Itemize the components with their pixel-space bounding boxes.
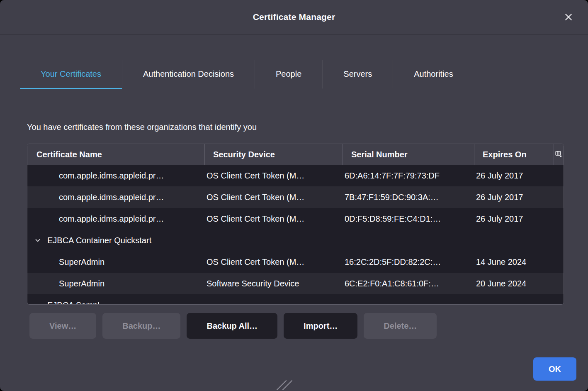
certificate-row[interactable]: com.apple.idms.appleid.pr… OS Client Cer… <box>27 186 564 208</box>
tab-bar: Your Certificates Authentication Decisio… <box>20 60 588 89</box>
intro-text: You have certificates from these organiz… <box>27 122 588 132</box>
cell-certificate-name: com.apple.idms.appleid.pr… <box>27 214 204 224</box>
cell-serial-number: 6D:A6:14:7F:7F:79:73:DF <box>343 171 474 181</box>
cell-expires-on: 14 June 2024 <box>474 257 564 267</box>
cell-certificate-name: com.apple.idms.appleid.pr… <box>27 193 204 202</box>
cell-security-device: OS Client Cert Token (M… <box>204 214 343 224</box>
tab-label: Authentication Decisions <box>143 69 234 79</box>
backup-button[interactable]: Backup… <box>102 313 180 339</box>
backup-all-button[interactable]: Backup All… <box>187 313 277 339</box>
close-button[interactable] <box>561 10 576 24</box>
dialog-title: Certificate Manager <box>253 12 335 22</box>
cell-serial-number: 16:2C:2D:5F:DD:82:2C:… <box>343 257 474 267</box>
cell-expires-on: 26 July 2017 <box>474 214 564 224</box>
column-header-security-device[interactable]: Security Device <box>204 144 343 165</box>
certificate-manager-dialog: Certificate Manager Your Certificates Au… <box>0 0 588 391</box>
cell-security-device: OS Client Cert Token (M… <box>204 257 343 267</box>
chevron-down-icon <box>34 237 41 244</box>
table-header: Certificate Name Security Device Serial … <box>27 144 564 165</box>
ok-button[interactable]: OK <box>533 357 576 381</box>
import-button[interactable]: Import… <box>284 313 357 339</box>
tab-label: Servers <box>343 69 372 79</box>
tab-label: Your Certificates <box>41 69 101 79</box>
certificate-row[interactable]: SuperAdmin OS Client Cert Token (M… 16:2… <box>27 251 564 273</box>
cell-expires-on: 26 July 2017 <box>474 171 564 181</box>
cell-certificate-name: com.apple.idms.appleid.pr… <box>27 171 204 181</box>
group-label: EJBCA Container Quickstart <box>47 236 151 245</box>
close-icon <box>563 17 574 24</box>
certificate-row[interactable]: SuperAdmin Software Security Device 6C:E… <box>27 273 564 294</box>
view-button[interactable]: View… <box>29 313 96 339</box>
delete-button[interactable]: Delete… <box>364 313 437 339</box>
tab-people[interactable]: People <box>255 60 322 89</box>
tab-your-certificates[interactable]: Your Certificates <box>20 60 122 89</box>
group-label: EJBCA Sampl <box>47 301 100 305</box>
cell-security-device: OS Client Cert Token (M… <box>204 193 343 202</box>
column-header-certificate-name[interactable]: Certificate Name <box>27 144 204 165</box>
cell-certificate-name: SuperAdmin <box>27 279 204 288</box>
certificates-table: Certificate Name Security Device Serial … <box>27 144 564 305</box>
cell-serial-number: 6C:E2:F0:A1:C8:61:0F:… <box>343 279 474 288</box>
cell-expires-on: 26 July 2017 <box>474 193 564 202</box>
chevron-down-icon <box>34 302 41 304</box>
cell-expires-on: 20 June 2024 <box>474 279 564 288</box>
cell-security-device: OS Client Cert Token (M… <box>204 171 343 181</box>
table-group-row[interactable]: EJBCA Container Quickstart <box>27 230 564 251</box>
column-header-expires-on[interactable]: Expires On <box>474 144 554 165</box>
column-picker-button[interactable] <box>554 144 564 165</box>
column-header-serial-number[interactable]: Serial Number <box>343 144 474 165</box>
tab-label: People <box>276 69 301 79</box>
cell-serial-number: 0D:F5:D8:59:FE:C4:D1:… <box>343 214 474 224</box>
group-row-inner: EJBCA Sampl <box>27 294 564 304</box>
tab-label: Authorities <box>414 69 453 79</box>
tab-authorities[interactable]: Authorities <box>393 60 474 89</box>
tab-authentication-decisions[interactable]: Authentication Decisions <box>122 60 255 89</box>
resize-grip[interactable] <box>276 380 295 390</box>
column-picker-icon <box>555 150 562 159</box>
certificate-row[interactable]: com.apple.idms.appleid.pr… OS Client Cer… <box>27 165 564 186</box>
certificate-row[interactable]: com.apple.idms.appleid.pr… OS Client Cer… <box>27 208 564 230</box>
dialog-titlebar: Certificate Manager <box>0 0 588 34</box>
cell-serial-number: 7B:47:F1:59:DC:90:3A:… <box>343 193 474 202</box>
tab-servers[interactable]: Servers <box>322 60 393 89</box>
action-button-row: View… Backup… Backup All… Import… Delete… <box>29 313 588 339</box>
cell-certificate-name: SuperAdmin <box>27 257 204 267</box>
table-group-row-partial[interactable]: EJBCA Sampl <box>27 294 564 304</box>
table-body: com.apple.idms.appleid.pr… OS Client Cer… <box>27 165 564 304</box>
cell-security-device: Software Security Device <box>204 279 343 288</box>
